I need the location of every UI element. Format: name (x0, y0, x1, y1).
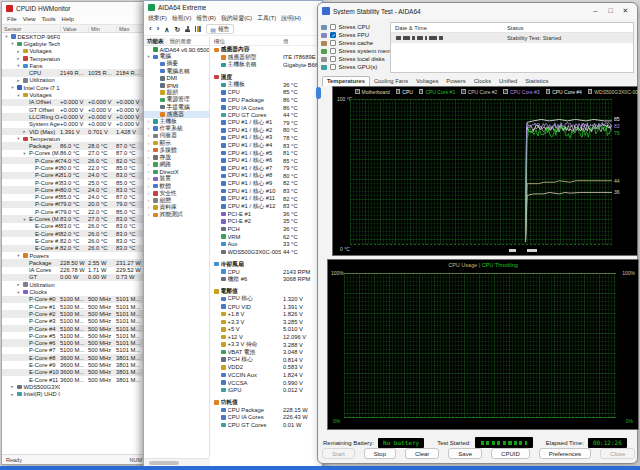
expander-icon[interactable]: ▸ (16, 282, 21, 287)
legend-item[interactable]: CPU (396, 89, 413, 95)
refresh-icon[interactable]: ↻ (174, 26, 180, 33)
expander-icon[interactable]: ▾ (10, 41, 15, 46)
table-row[interactable]: P-Core #15100 M...500 MHz5101 M... (2, 303, 146, 310)
section-header-row[interactable]: 冷卻風扇 (211, 260, 321, 268)
checkbox[interactable] (330, 40, 336, 46)
table-row[interactable]: P-Core #180.0 °C22.0 °C85.0 °C (2, 164, 146, 171)
sensor-row[interactable]: CPU IA Cores86 °C (211, 104, 321, 112)
sensor-row[interactable]: PCI-E #136 °C (211, 210, 321, 218)
legend-item[interactable]: WDS500G3X0C-00SJG0 (588, 89, 640, 95)
table-row[interactable]: E-Core #...82.0 °C26.0 °C83.0 °C (2, 245, 146, 252)
sensor-row[interactable]: +1.8 V1.826 V (211, 310, 321, 318)
table-row[interactable]: P-Core #75100 M...500 MHz5101 M... (2, 347, 146, 354)
expander-icon[interactable]: › (146, 141, 151, 146)
stress-option[interactable]: Stress system memory (321, 47, 400, 55)
sensor-row[interactable]: PCH36 °C (211, 225, 321, 233)
expander-icon[interactable]: › (146, 212, 151, 217)
table-row[interactable]: ▾Gigabyte Technol... (2, 40, 146, 47)
tree-item[interactable]: 感應器 (144, 111, 209, 118)
tree-item[interactable]: 手提電腦 (144, 104, 209, 111)
sensor-row[interactable]: CPU #1 / 核心 #378 °C (211, 134, 321, 142)
sensor-row[interactable]: WDS500G3X0C-00SJG044 °C (211, 248, 321, 256)
expander-icon[interactable]: ▾ (16, 63, 21, 68)
minimize-button[interactable]: – (588, 3, 603, 19)
table-row[interactable]: P-Core #383.0 °C25.0 °C85.0 °C (2, 179, 146, 186)
sensor-row[interactable]: VCCSA0.990 V (211, 379, 321, 387)
sensor-row[interactable]: iGPU0.012 V (211, 386, 321, 394)
sensor-row[interactable]: CPU #1 / 核心 #779 °C (211, 165, 321, 173)
menu-item[interactable]: Help (62, 16, 74, 22)
table-row[interactable]: GT Offset+0.000 V+0.000 V+0.000 V (2, 106, 146, 113)
sensor-row[interactable]: CPU GT Cores44 °C (211, 111, 321, 119)
expander-icon[interactable]: › (146, 148, 151, 153)
expander-icon[interactable]: ▾ (22, 217, 27, 222)
checkbox[interactable] (330, 64, 336, 70)
table-row[interactable]: ▾Clocks (2, 288, 146, 295)
stress-option[interactable]: Stress local disks (321, 55, 400, 63)
sensor-row[interactable]: CPU #1 / 核心 #1182 °C (211, 195, 321, 203)
sensor-row[interactable]: +12 V12.096 V (211, 333, 321, 341)
table-row[interactable]: ▾Intel Core i7 1270... (2, 84, 146, 91)
graph-tab[interactable]: Voltages (412, 77, 442, 86)
table-row[interactable]: P-Core #65100 M...500 MHz5101 M... (2, 339, 146, 346)
table-row[interactable]: IA Cores226.78 W1.71 W229.52 W (2, 267, 146, 274)
stress-option[interactable]: Stress FPU (321, 31, 400, 39)
column-header-cell[interactable]: 值 (283, 38, 321, 45)
legend-item[interactable]: Motherboard (355, 89, 390, 95)
legend-item[interactable]: CPU Core #2 (461, 89, 497, 95)
section-header-row[interactable]: 功耗值 (211, 399, 321, 407)
expander-icon[interactable]: › (146, 176, 151, 181)
sensor-row[interactable]: CPU IA Cores226.43 W (211, 414, 321, 422)
expander-icon[interactable]: › (146, 133, 151, 138)
save-button[interactable]: Save (448, 448, 482, 459)
tree-item[interactable]: 超頻 (144, 89, 209, 96)
menu-item[interactable]: 檢視(V) (172, 14, 191, 23)
table-row[interactable]: E-Core #883.0 °C26.0 °C83.0 °C (2, 223, 146, 230)
log-row[interactable]: Stability Test: Started (391, 33, 633, 43)
sensor-row[interactable]: CPU #1 / 核心 #280 °C (211, 127, 321, 135)
legend-checkbox[interactable] (588, 89, 593, 94)
graph-tab[interactable]: Temperatures (322, 76, 370, 86)
table-row[interactable]: ▾Fans (2, 62, 146, 69)
up-icon[interactable]: ∧ (164, 26, 169, 33)
expander-icon[interactable]: ▾ (16, 290, 21, 295)
sensor-row[interactable]: CPU #1 / 核心 #685 °C (211, 157, 321, 165)
legend-checkbox[interactable] (461, 89, 466, 94)
table-row[interactable]: E-Core #982.0 °C26.0 °C83.0 °C (2, 230, 146, 237)
aida64-titlebar[interactable]: AIDA64 Extreme (144, 1, 322, 13)
legend-item[interactable]: CPU Core #1 (419, 89, 455, 95)
expander-icon[interactable]: ▸ (16, 78, 21, 83)
expander-icon[interactable]: ▸ (10, 384, 15, 389)
tree-item[interactable]: ›裝置 (144, 175, 209, 182)
stability-test-titlebar[interactable]: System Stability Test - AIDA64 –□✕ (318, 3, 637, 19)
menu-item[interactable]: 我的最愛(C) (221, 14, 252, 23)
table-row[interactable]: GT0.00 W0.00 W0.73 W (2, 274, 146, 281)
sensor-row[interactable]: Aux33 °C (211, 240, 321, 248)
log-column-header[interactable]: Status (503, 25, 633, 31)
section-header-row[interactable]: 電壓值 (211, 288, 321, 296)
horizontal-scrollbar[interactable] (144, 458, 210, 466)
table-row[interactable]: P-Core #35100 M...500 MHz5101 M... (2, 318, 146, 325)
sensor-row[interactable]: CPU Package228.15 W (211, 406, 321, 414)
table-row[interactable]: IA Offset+0.000 V+0.000 V+0.000 V (2, 99, 146, 106)
tree-item[interactable]: ›多媒體 (144, 147, 209, 154)
menu-item[interactable]: 檔案(F) (148, 14, 167, 23)
section-header-row[interactable]: 感應器內容 (211, 46, 321, 54)
report-button[interactable]: ▤ 報告 (206, 24, 233, 34)
sensor-row[interactable]: CPU85 °C (211, 89, 321, 97)
table-row[interactable]: P-Core #45100 M...500 MHz5101 M... (2, 325, 146, 332)
expander-icon[interactable]: › (146, 126, 151, 131)
stop-button[interactable]: Stop (364, 448, 396, 459)
cpuid-button[interactable]: CPUID (491, 448, 530, 459)
expander-icon[interactable]: › (146, 162, 151, 167)
expander-icon[interactable]: › (146, 191, 151, 196)
table-row[interactable]: ▾E-Cores (M...83.0 °C27.0 °C83.0 °C (2, 215, 146, 222)
table-row[interactable]: ▸WDS500G3X0C-0... (2, 383, 146, 390)
tree-item[interactable]: ›存放 (144, 154, 209, 161)
table-row[interactable]: P-Core #281.0 °C24.0 °C83.0 °C (2, 172, 146, 179)
sensor-row[interactable]: CPU GT Cores0.01 W (211, 421, 321, 429)
expander-icon[interactable]: › (146, 184, 151, 189)
tree-item[interactable]: ›伺服器 (144, 132, 209, 139)
tree-item[interactable]: ›網路 (144, 161, 209, 168)
menu-item[interactable]: File (7, 16, 17, 22)
